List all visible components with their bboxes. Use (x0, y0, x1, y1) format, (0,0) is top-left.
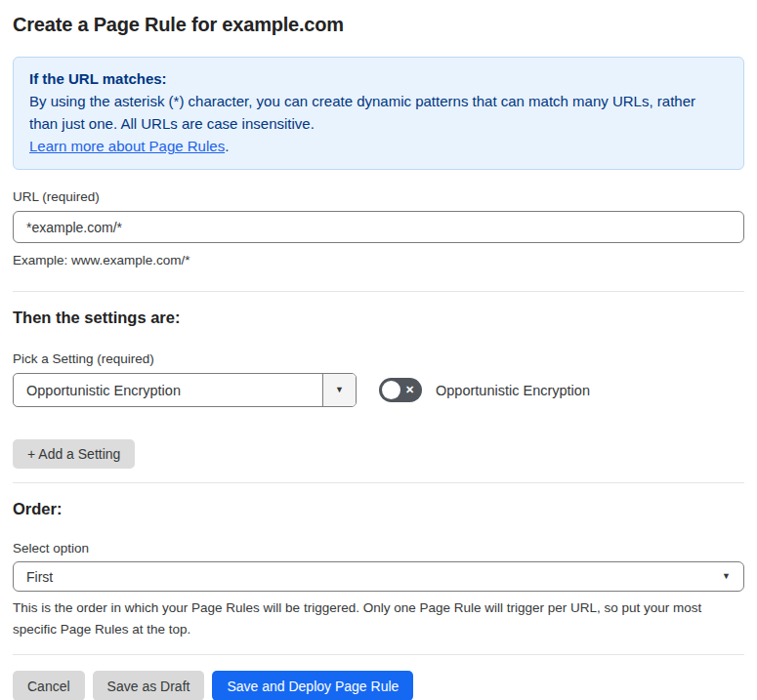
select-option-label: Select option (13, 541, 744, 556)
opportunistic-encryption-toggle[interactable]: ✕ (379, 378, 422, 402)
link-suffix: . (225, 138, 229, 154)
page-title: Create a Page Rule for example.com (13, 14, 744, 36)
url-input[interactable] (13, 211, 744, 243)
setting-row: Opportunistic Encryption ▼ ✕ Opportunist… (13, 373, 744, 407)
save-as-draft-button[interactable]: Save as Draft (93, 671, 205, 700)
order-select[interactable]: First ▼ (13, 561, 744, 592)
chevron-down-icon: ▼ (335, 386, 344, 394)
toggle-label: Opportunistic Encryption (436, 383, 590, 398)
cancel-button[interactable]: Cancel (13, 671, 85, 700)
order-section-heading: Order: (13, 500, 744, 518)
setting-dropdown-value: Opportunistic Encryption (14, 374, 322, 406)
divider (13, 482, 744, 483)
save-and-deploy-button[interactable]: Save and Deploy Page Rule (212, 671, 413, 700)
learn-more-link[interactable]: Learn more about Page Rules (29, 138, 225, 154)
toggle-off-x-icon: ✕ (405, 385, 414, 395)
info-box-heading: If the URL matches: (29, 67, 728, 90)
info-box-link-line: Learn more about Page Rules. (29, 135, 728, 157)
url-field-label: URL (required) (13, 189, 744, 204)
setting-dropdown-arrow-button[interactable]: ▼ (322, 374, 356, 406)
divider (13, 291, 744, 292)
chevron-down-icon: ▼ (722, 572, 731, 581)
url-matches-info-box: If the URL matches: By using the asteris… (13, 57, 744, 170)
footer-actions: Cancel Save as Draft Save and Deploy Pag… (13, 671, 744, 700)
order-helper-text: This is the order in which your Page Rul… (13, 597, 726, 640)
order-select-value: First (26, 569, 53, 585)
divider (13, 654, 744, 655)
page-rule-form: Create a Page Rule for example.com If th… (0, 0, 757, 700)
info-box-body: By using the asterisk (*) character, you… (29, 90, 728, 135)
setting-dropdown[interactable]: Opportunistic Encryption ▼ (13, 373, 357, 407)
url-example-helper: Example: www.example.com/* (13, 250, 744, 271)
pick-setting-label: Pick a Setting (required) (13, 351, 744, 366)
settings-section-heading: Then the settings are: (13, 309, 744, 327)
add-setting-button[interactable]: + Add a Setting (13, 439, 135, 469)
toggle-knob (382, 381, 400, 399)
